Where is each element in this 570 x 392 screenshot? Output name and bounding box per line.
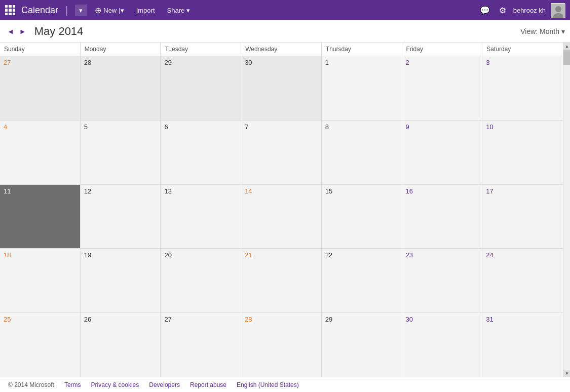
terms-link[interactable]: Terms: [64, 381, 81, 388]
new-dropdown-icon: |▾: [119, 7, 124, 14]
privacy-link[interactable]: Privacy & cookies: [91, 381, 139, 388]
day-cell-28[interactable]: 28: [241, 313, 322, 377]
share-label: Share: [167, 7, 185, 14]
prev-month-button[interactable]: ◄: [5, 26, 16, 36]
day-number: 14: [245, 187, 252, 195]
share-button[interactable]: Share ▾: [163, 5, 195, 16]
day-number: 4: [4, 123, 7, 131]
scrollbar[interactable]: ▲ ▼: [563, 43, 570, 377]
day-cell-6[interactable]: 6: [161, 121, 241, 184]
day-number: 7: [245, 123, 248, 131]
day-cell-prev-28[interactable]: 28: [81, 56, 161, 120]
day-number: 15: [325, 187, 332, 195]
scroll-thumb[interactable]: [563, 50, 570, 65]
new-label: New: [103, 7, 117, 14]
calendar-grid: 2728293012345678910111213141516171819202…: [0, 56, 570, 377]
day-cell-1[interactable]: 1: [322, 56, 402, 120]
header-left: Calendar | ▾ ⊕ New |▾ Import Share ▾: [5, 4, 478, 17]
day-cell-10[interactable]: 10: [482, 121, 563, 184]
svg-point-1: [555, 6, 561, 12]
week-row-2: 11121314151617: [0, 185, 570, 249]
day-cell-prev-29[interactable]: 29: [161, 56, 241, 120]
day-cell-30[interactable]: 30: [402, 313, 483, 377]
day-cell-25[interactable]: 25: [0, 313, 81, 377]
day-cell-11[interactable]: 11: [0, 185, 81, 249]
settings-icon[interactable]: ⚙: [497, 4, 508, 17]
day-cell-13[interactable]: 13: [161, 185, 241, 249]
day-cell-12[interactable]: 12: [81, 185, 161, 249]
day-number: 5: [84, 123, 88, 131]
day-number: 12: [84, 187, 91, 195]
week-row-1: 45678910: [0, 121, 570, 185]
day-number: 13: [164, 187, 171, 195]
day-cell-prev-30[interactable]: 30: [241, 56, 322, 120]
week-row-0: 27282930123: [0, 56, 570, 121]
day-number: 11: [4, 187, 11, 195]
nav-bar: ◄ ► May 2014 View: Month ▾: [0, 20, 570, 43]
day-cell-8[interactable]: 8: [322, 121, 402, 184]
day-cell-16[interactable]: 16: [402, 185, 483, 249]
day-cell-4[interactable]: 4: [0, 121, 81, 184]
day-number: 28: [245, 316, 252, 323]
day-number: 30: [245, 59, 252, 66]
new-button[interactable]: ⊕ New |▾: [91, 4, 128, 17]
day-cell-2[interactable]: 2: [402, 56, 483, 120]
avatar[interactable]: [551, 3, 565, 17]
month-title: May 2014: [34, 25, 521, 38]
developers-link[interactable]: Developers: [149, 381, 180, 388]
day-number: 17: [486, 187, 493, 195]
day-number: 1: [325, 59, 329, 66]
day-number: 16: [406, 187, 413, 195]
day-cell-7[interactable]: 7: [241, 121, 322, 184]
day-number: 30: [406, 316, 413, 323]
day-cell-3[interactable]: 3: [482, 56, 563, 120]
nav-arrows: ◄ ►: [5, 26, 28, 36]
day-number: 2: [406, 59, 409, 66]
day-cell-29[interactable]: 29: [322, 313, 402, 377]
app-header: Calendar | ▾ ⊕ New |▾ Import Share ▾ 💬 ⚙…: [0, 0, 570, 20]
day-cell-31[interactable]: 31: [482, 313, 563, 377]
copyright: © 2014 Microsoft: [8, 381, 54, 388]
view-selector[interactable]: View: Month ▾: [520, 27, 565, 35]
import-button[interactable]: Import: [132, 5, 159, 16]
day-cell-18[interactable]: 18: [0, 249, 81, 312]
day-cell-15[interactable]: 15: [322, 185, 402, 249]
day-cell-24[interactable]: 24: [482, 249, 563, 312]
report-abuse-link[interactable]: Report abuse: [190, 381, 226, 388]
day-number: 23: [406, 251, 413, 259]
day-cell-14[interactable]: 14: [241, 185, 322, 249]
header-divider: |: [65, 5, 68, 16]
scroll-down-arrow[interactable]: ▼: [563, 370, 570, 377]
day-cell-23[interactable]: 23: [402, 249, 483, 312]
user-name[interactable]: behrooz kh: [513, 7, 546, 14]
day-cell-prev-27[interactable]: 27: [0, 56, 81, 120]
language-link[interactable]: English (United States): [237, 381, 299, 388]
day-cell-21[interactable]: 21: [241, 249, 322, 312]
scroll-up-arrow[interactable]: ▲: [563, 43, 570, 50]
day-header-sunday: Sunday: [0, 43, 81, 56]
day-cell-26[interactable]: 26: [81, 313, 161, 377]
next-month-button[interactable]: ►: [17, 26, 28, 36]
day-cell-17[interactable]: 17: [482, 185, 563, 249]
new-plus-icon: ⊕: [95, 6, 101, 15]
day-number: 29: [325, 316, 332, 323]
day-headers: SundayMondayTuesdayWednesdayThursdayFrid…: [0, 43, 570, 56]
app-icon: [5, 5, 15, 15]
day-number: 29: [164, 59, 171, 66]
day-number: 8: [325, 123, 329, 131]
day-header-tuesday: Tuesday: [161, 43, 241, 56]
day-number: 9: [406, 123, 409, 131]
day-cell-27[interactable]: 27: [161, 313, 241, 377]
day-cell-20[interactable]: 20: [161, 249, 241, 312]
day-cell-22[interactable]: 22: [322, 249, 402, 312]
day-cell-9[interactable]: 9: [402, 121, 483, 184]
day-cell-5[interactable]: 5: [81, 121, 161, 184]
nav-dropdown-button[interactable]: ▾: [75, 5, 87, 16]
day-number: 22: [325, 251, 332, 259]
chat-icon[interactable]: 💬: [478, 4, 492, 17]
day-number: 26: [84, 316, 91, 323]
day-number: 6: [164, 123, 168, 131]
header-right: 💬 ⚙ behrooz kh: [478, 3, 565, 17]
day-cell-19[interactable]: 19: [81, 249, 161, 312]
view-dropdown-icon: ▾: [561, 27, 565, 35]
